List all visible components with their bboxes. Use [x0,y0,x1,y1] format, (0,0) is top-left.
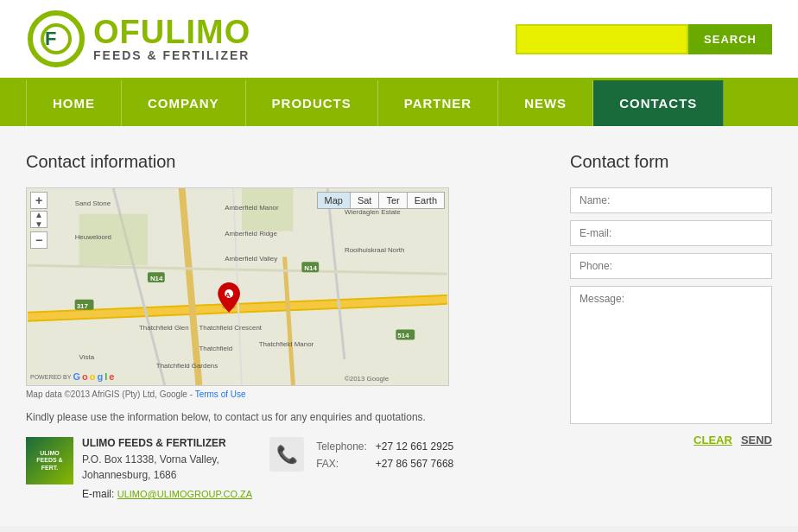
company-logo-box: ULIMOFEEDS &FERT. [26,437,73,484]
svg-text:Sand Stone: Sand Stone [75,200,111,207]
map-data-credit: Map data ©2013 AfriGIS (Pty) Ltd, Google… [26,390,246,399]
map-footer: Map data ©2013 AfriGIS (Pty) Ltd, Google… [26,390,535,399]
clear-button[interactable]: CLEAR [694,434,732,446]
contact-info-section: Contact information Amb [26,152,535,500]
contact-info-title: Contact information [26,152,535,172]
svg-text:N14: N14 [304,264,317,272]
map-type-tabs: Map Sat Ter Earth [317,192,446,209]
company-address-text: ULIMO FEEDS & FERTILIZER P.O. Box 11338,… [82,437,252,500]
nav-products[interactable]: PRODUCTS [246,80,378,126]
logo-area: F OFULIMO FEEDS & FERTILIZER [26,9,250,69]
svg-text:514: 514 [397,332,409,339]
search-input[interactable] [516,24,688,54]
logo-text-area: OFULIMO FEEDS & FERTILIZER [93,16,250,62]
phone-table: Telephone: +27 12 661 2925 FAX: +27 86 5… [311,437,459,473]
contact-form-section: Contact form CLEAR SEND [570,152,772,500]
contact-details: ULIMOFEEDS &FERT. ULIMO FEEDS & FERTILIZ… [26,437,535,500]
map-tab-earth[interactable]: Earth [408,193,444,208]
nav-partner[interactable]: PARTNER [378,80,498,126]
map-zoom-arrows[interactable]: ▲▼ [30,211,48,228]
map-tab-sat[interactable]: Sat [351,193,380,208]
svg-text:317: 317 [77,302,89,310]
contact-note: Kindly please use the information below,… [26,411,535,423]
contact-form-title: Contact form [570,152,772,172]
map-tab-map[interactable]: Map [318,193,351,208]
logo-main: OFULIMO [93,16,250,48]
search-area: SEARCH [516,24,772,54]
svg-text:Thatchfield Gardens: Thatchfield Gardens [156,362,218,370]
svg-text:Amberfield Manor: Amberfield Manor [225,204,279,212]
svg-text:Thatchfield: Thatchfield [199,345,232,352]
powered-by-google: POWERED BY Google [30,371,114,382]
svg-text:Amberfield Ridge: Amberfield Ridge [225,230,277,238]
svg-text:Amberfield Valley: Amberfield Valley [225,255,277,263]
svg-text:Heuweloord: Heuweloord [75,233,111,241]
phone-field-group [570,253,772,279]
contact-phone-block: 📞 Telephone: +27 12 661 2925 FAX: +27 86… [269,437,459,473]
telephone-number: +27 12 661 2925 [372,439,457,454]
header: F OFULIMO FEEDS & FERTILIZER SEARCH [0,0,798,80]
nav-contacts[interactable]: CONTACTS [593,80,724,126]
svg-text:Vista: Vista [79,353,95,361]
logo-icon: F [26,9,86,69]
nav-news[interactable]: NEWS [498,80,593,126]
svg-text:Wierdaglen Estate: Wierdaglen Estate [345,208,401,216]
map-zoom-in[interactable]: + [30,192,48,209]
map-terms-link[interactable]: Terms of Use [195,390,246,399]
fax-label: FAX: [313,456,370,472]
svg-text:©2013 Google: ©2013 Google [345,375,390,383]
telephone-label: Telephone: [313,439,370,454]
name-input[interactable] [570,187,772,213]
svg-text:Thatchfield Crescent: Thatchfield Crescent [199,324,262,332]
svg-text:F: F [45,28,56,49]
company-address-line2: Johannesburg, 1686 [82,467,252,483]
phone-icon: 📞 [269,437,304,472]
email-line: E-mail: ULIMO@ULIMOGROUP.CO.ZA [82,488,252,500]
email-input[interactable] [570,220,772,246]
svg-text:Thatchfield Glen: Thatchfield Glen [139,324,189,332]
main-nav: HOME COMPANY PRODUCTS PARTNER NEWS CONTA… [0,80,798,126]
search-button[interactable]: SEARCH [688,24,772,54]
svg-text:A: A [225,291,231,299]
name-field-group [570,187,772,213]
message-textarea[interactable] [570,286,772,424]
company-name: ULIMO FEEDS & FERTILIZER [82,437,252,449]
map-container[interactable]: Amberfield Manor Amberfield Ridge Amberf… [26,187,449,386]
email-label: E-mail: [82,488,114,500]
svg-text:N14: N14 [150,275,163,282]
map-tab-ter[interactable]: Ter [379,193,407,208]
message-field-group [570,286,772,427]
nav-company[interactable]: COMPANY [122,80,246,126]
phone-input[interactable] [570,253,772,279]
map-zoom-out[interactable]: − [30,231,48,249]
email-address[interactable]: ULIMO@ULIMOGROUP.CO.ZA [117,489,252,499]
nav-home[interactable]: HOME [26,80,122,126]
logo-sub: FEEDS & FERTILIZER [93,48,250,62]
company-address-block: ULIMOFEEDS &FERT. ULIMO FEEDS & FERTILIZ… [26,437,252,500]
svg-text:Thatchfield Manor: Thatchfield Manor [259,340,314,348]
map-image: Amberfield Manor Amberfield Ridge Amberf… [27,188,448,385]
main-content: Contact information Amb [0,126,798,526]
form-buttons: CLEAR SEND [570,434,772,446]
fax-number: +27 86 567 7668 [372,456,457,472]
svg-text:Rooihuiskraal North: Rooihuiskraal North [345,246,405,254]
send-button[interactable]: SEND [741,434,772,446]
email-field-group [570,220,772,246]
company-address-line1: P.O. Box 11338, Vorna Valley, [82,452,252,467]
map-controls: + ▲▼ − [30,192,48,250]
